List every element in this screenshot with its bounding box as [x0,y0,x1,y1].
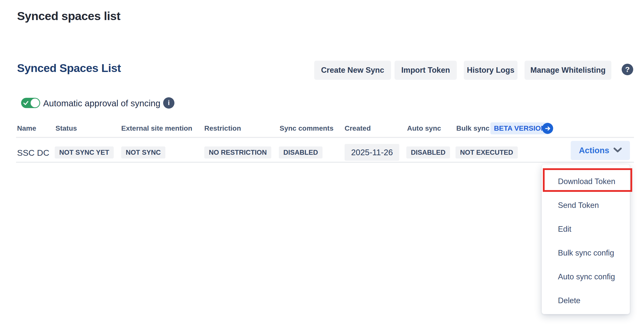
history-logs-button[interactable]: History Logs [464,61,518,80]
page-title: Synced spaces list [17,9,120,23]
column-header-bulk-sync: Bulk sync [456,124,489,132]
help-icon[interactable]: ? [622,64,633,75]
menu-item-send-token[interactable]: Send Token [542,193,630,217]
bulk-sync-badge: NOT EXECUTED [456,146,518,158]
actions-dropdown-button[interactable]: Actions [571,141,630,160]
section-heading: Synced Spaces List [17,62,121,75]
row-divider [16,162,634,163]
column-header-external-site-mention: External site mention [121,124,192,132]
beta-version-badge: BETA VERSION [490,122,549,134]
automatic-approval-toggle[interactable] [21,98,40,108]
menu-item-delete[interactable]: Delete [542,289,630,312]
menu-item-edit[interactable]: Edit [542,217,630,241]
status-badge: NOT SYNC YET [55,146,114,158]
column-header-auto-sync: Auto sync [407,124,441,132]
create-new-sync-button[interactable]: Create New Sync [314,61,391,80]
column-header-name: Name [17,124,36,132]
restriction-badge: NO RESTRICTION [204,146,271,158]
auto-sync-badge: DISABLED [406,146,450,158]
column-header-restriction: Restriction [204,124,241,132]
import-token-button[interactable]: Import Token [395,61,457,80]
header-divider [16,137,634,138]
chevron-down-icon [613,147,622,154]
actions-button-label: Actions [579,146,609,155]
info-icon[interactable]: i [163,97,174,109]
check-icon [23,100,29,106]
toggle-label: Automatic approval of syncing [43,98,160,108]
column-header-created: Created [345,124,371,132]
sync-comments-badge: DISABLED [279,146,323,158]
row-name: SSC DC [17,148,49,158]
column-header-status: Status [55,124,77,132]
toggle-knob [31,99,39,107]
created-date-badge: 2025-11-26 [345,144,399,161]
external-site-mention-badge: NOT SYNC [121,146,165,158]
menu-item-bulk-sync-config[interactable]: Bulk sync config [542,241,630,265]
column-header-sync-comments: Sync comments [280,124,334,132]
manage-whitelisting-button[interactable]: Manage Whitelisting [525,61,611,80]
menu-item-auto-sync-config[interactable]: Auto sync config [542,265,630,289]
synced-spaces-page: Synced spaces list Synced Spaces List Cr… [0,0,644,329]
menu-item-download-token[interactable]: Download Token [542,170,630,193]
actions-dropdown-menu: Download Token Send Token Edit Bulk sync… [542,164,630,314]
arrow-right-icon[interactable] [542,123,553,134]
